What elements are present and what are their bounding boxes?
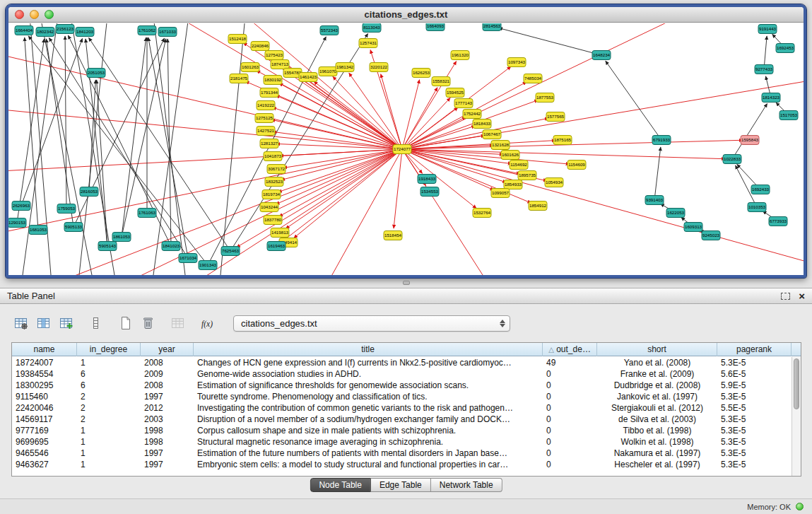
graph-node[interactable]: 1041873 [264, 152, 282, 161]
graph-node[interactable]: 1275125 [255, 114, 273, 123]
graph-node[interactable]: 1043244 [260, 203, 278, 212]
graph-node[interactable]: 1010353 [748, 203, 766, 212]
graph-node[interactable]: 1427521 [257, 127, 275, 136]
network-graph[interactable]: 1512418 2240846 1275423 1601263 2181475 … [8, 23, 804, 275]
graph-node[interactable]: 1759053 [57, 204, 76, 214]
graph-node[interactable]: 1154609 [567, 160, 586, 170]
close-panel-icon[interactable]: × [799, 291, 805, 301]
graph-node[interactable]: 1601263 [241, 63, 259, 72]
new-column-icon[interactable] [57, 314, 76, 332]
graph-node[interactable]: 6773933 [769, 217, 787, 226]
graph-node[interactable]: 1761062 [138, 26, 156, 35]
graph-node[interactable]: 1814323 [762, 93, 780, 103]
graph-node[interactable]: 2816053 [80, 187, 98, 197]
delete-table-icon[interactable] [139, 314, 158, 332]
panel-splitter[interactable] [0, 278, 812, 288]
table-row[interactable]: 946554611997Estimation of the future num… [12, 448, 792, 459]
column-visibility-icon[interactable] [34, 314, 53, 332]
graph-node[interactable]: 1275423 [265, 51, 283, 60]
table-row[interactable]: 1830029562008Estimation of significance … [12, 380, 792, 391]
table-settings-icon[interactable] [11, 314, 30, 332]
graph-node[interactable]: 1321628 [491, 141, 510, 150]
graph-node[interactable]: 1622053 [666, 209, 685, 218]
graph-node[interactable]: 8113043 [363, 23, 381, 33]
graph-node[interactable]: 2626963 [12, 201, 30, 211]
window-titlebar[interactable]: citations_edges.txt [8, 7, 804, 23]
network-canvas[interactable]: 1512418 2240846 1275423 1601263 2181475 … [8, 23, 804, 275]
graph-node[interactable]: 1961320 [451, 51, 469, 60]
graph-node[interactable]: 1558321 [432, 77, 450, 86]
table-row[interactable]: 977716911998Corpus callosum shape and si… [12, 425, 792, 436]
graph-node[interactable]: 1154692 [510, 160, 528, 170]
tab-network-table[interactable]: Network Table [431, 478, 502, 492]
graph-node[interactable]: 1841203 [76, 28, 94, 37]
graph-node[interactable]: 5905143 [98, 242, 117, 251]
graph-node[interactable]: 1874713 [271, 60, 289, 69]
graph-node[interactable]: 2051053 [87, 69, 105, 78]
graph-node[interactable]: 1648234 [592, 51, 611, 60]
graph-node[interactable]: 1875165 [553, 136, 572, 145]
column-header-out_de[interactable]: △ out_de… [543, 343, 597, 356]
table-selector-dropdown[interactable]: citations_edges.txt [233, 315, 510, 332]
graph-node[interactable]: 1901343 [199, 261, 217, 270]
graph-node[interactable]: 6791933 [652, 136, 671, 145]
graph-node[interactable]: 1664093 [426, 23, 445, 31]
graph-node[interactable]: 1619463 [267, 242, 286, 251]
graph-node[interactable]: 1761063 [138, 209, 156, 218]
minimize-window-button[interactable] [30, 10, 39, 19]
graph-node[interactable]: 5905133 [64, 223, 83, 232]
table-row[interactable]: 969969511998Structural magnetic resonanc… [12, 436, 792, 448]
graph-node[interactable]: 1961070 [319, 67, 337, 76]
graph-node[interactable]: 2181475 [230, 74, 248, 83]
graph-node[interactable]: 1577565 [546, 112, 565, 122]
table-row[interactable]: 2242004622012Investigating the contribut… [12, 402, 792, 414]
graph-node[interactable]: 1054934 [545, 178, 563, 187]
column-header-in_degree[interactable]: in_degree [77, 343, 141, 356]
graph-node[interactable]: 2156123 [56, 25, 74, 34]
graph-node[interactable]: 1512418 [228, 35, 247, 44]
graph-node[interactable]: 1671033 [158, 28, 177, 37]
graph-node[interactable]: 1281327 [260, 139, 278, 148]
graph-node[interactable]: 1601626 [501, 151, 519, 160]
graph-node[interactable]: 1022833 [723, 155, 741, 164]
graph-node[interactable]: 1609313 [684, 223, 702, 232]
new-table-icon[interactable] [116, 314, 135, 332]
graph-node[interactable]: 1692433 [751, 185, 770, 194]
graph-node[interactable]: 3220122 [370, 63, 388, 72]
graph-node[interactable]: 1290153 [8, 218, 26, 228]
graph-node[interactable]: 1517053 [779, 111, 798, 120]
graph-node[interactable]: 1692453 [776, 44, 794, 53]
column-header-short[interactable]: short [597, 343, 717, 356]
graph-node[interactable]: 1532764 [473, 209, 491, 218]
graph-node[interactable]: 1837780 [264, 216, 282, 225]
import-table-icon[interactable] [168, 314, 187, 332]
graph-node[interactable]: 7485034 [524, 74, 542, 83]
column-header-year[interactable]: year [141, 343, 194, 356]
graph-node[interactable]: 1518454 [384, 231, 402, 240]
graph-node[interactable]: 2240846 [251, 42, 269, 51]
graph-node[interactable]: 1854933 [504, 180, 522, 189]
graph-node[interactable]: 1777143 [454, 99, 473, 108]
graph-node[interactable]: 1097343 [507, 58, 526, 67]
graph-node[interactable]: 1832523 [265, 177, 283, 187]
graph-node[interactable]: 1819734 [262, 190, 281, 199]
graph-node[interactable]: 1419222 [257, 101, 275, 110]
graph-node[interactable]: 1594525 [446, 88, 464, 98]
graph-node[interactable]: 1802342 [36, 28, 54, 37]
scrollbar-thumb[interactable] [794, 358, 799, 409]
graph-node[interactable]: 1830192 [264, 76, 282, 85]
graph-node[interactable]: 9277433 [755, 65, 773, 74]
graph-node[interactable]: 9245023 [702, 231, 720, 240]
graph-node[interactable]: 1671034 [179, 254, 197, 263]
row-height-icon[interactable] [86, 314, 105, 332]
zoom-window-button[interactable] [45, 10, 54, 19]
graph-node[interactable]: 9191443 [758, 25, 777, 34]
graph-node[interactable]: 1861053 [112, 233, 131, 242]
table-scrollbar[interactable] [792, 357, 801, 476]
graph-node[interactable]: 1877553 [536, 93, 554, 103]
close-window-button[interactable] [15, 10, 24, 19]
graph-node[interactable]: 1791344 [260, 88, 278, 98]
column-header-name[interactable]: name [12, 343, 77, 356]
tab-edge-table[interactable]: Edge Table [371, 478, 431, 492]
table-row[interactable]: 1872400712008Changes of HCN gene express… [12, 357, 792, 368]
